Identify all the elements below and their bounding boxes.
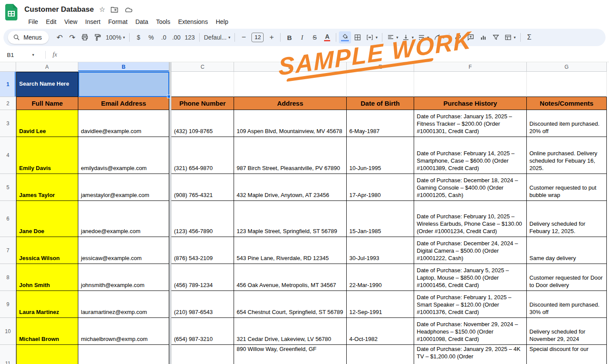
text-rotation-button[interactable]: ▾ [432,31,447,43]
text-wrap-button[interactable]: ▾ [416,31,431,43]
cell-email[interactable]: michaelbrown@exmp.com [78,318,169,345]
cell-purchase-history[interactable]: Date of Purchase: February 1, 2025 – Sma… [414,291,527,318]
cell-address[interactable]: 432 Maple Drive, Anytown, AT 23456 [234,174,347,201]
zoom-select[interactable]: 100% ▾ [104,31,127,43]
cell-purchase-history[interactable]: Date of Purchase: November 29, 2024 – He… [414,318,527,345]
header-cell-address[interactable]: Address [234,97,347,110]
menu-tools[interactable]: Tools [152,17,174,26]
column-header-e[interactable]: E [347,62,414,72]
italic-button[interactable]: I [296,31,308,43]
table-views-button[interactable]: ▾ [502,31,518,43]
cell-purchase-history[interactable]: Date of Purchase: January 5, 2025 – Lapt… [414,264,527,291]
menu-file[interactable]: File [24,17,42,26]
cell-phone[interactable]: (321) 654-9870 [171,137,234,174]
increase-font-size-button[interactable]: + [265,31,278,43]
column-header-g[interactable]: G [527,62,607,72]
cell-full-name[interactable]: Emily Davis [16,137,78,174]
cell-email[interactable] [78,345,169,364]
decrease-decimal-button[interactable]: .0 [157,31,170,43]
cell-notes[interactable]: Discounted item purchased. 20% off [527,110,607,137]
cell-full-name[interactable]: Jessica Wilson [16,237,78,264]
font-select[interactable]: Defaul... ▾ [202,31,232,43]
cell-full-name[interactable]: John Smith [16,264,78,291]
horizontal-align-button[interactable]: ▾ [385,31,400,43]
cell-address[interactable]: 123 Maple Street, Springfield, ST 56789 [234,201,347,237]
menu-extensions[interactable]: Extensions [174,17,211,26]
cell-phone[interactable]: (210) 987-6543 [171,291,234,318]
cell-full-name[interactable] [16,345,78,364]
increase-decimal-button[interactable]: .00 [170,31,182,43]
cell-email[interactable]: davidlee@example.com [78,110,169,137]
header-cell-email[interactable]: Email Address [78,97,169,110]
move-folder-icon[interactable] [110,6,118,13]
cell-address[interactable]: 456 Oak Avenue, Metropolis, MT 34567 [234,264,347,291]
cell-dob[interactable]: 22-Mar-1990 [347,264,414,291]
font-size-input[interactable]: 12 [251,33,264,42]
row-header-2[interactable]: 2 [0,97,16,110]
undo-button[interactable]: ↶ [54,31,66,43]
cell-purchase-history[interactable]: Date of Purchase: February 14, 2025 – Sm… [414,137,527,174]
empty-cell[interactable] [171,72,234,97]
cell-dob[interactable] [347,345,414,364]
cell-address[interactable]: 654 Chestnut Court, Springfield, ST 5678… [234,291,347,318]
row-header-6[interactable]: 6 [0,201,16,237]
cell-phone[interactable]: (432) 109-8765 [171,110,234,137]
menu-format[interactable]: Format [104,17,131,26]
cell-purchase-history[interactable]: Date of Purchase: January 29, 2025 – 4K … [414,345,527,364]
cell-notes[interactable]: Customer requested to put bubble wrap [527,174,607,201]
menu-view[interactable]: View [60,17,81,26]
empty-cell[interactable] [414,72,527,97]
empty-cell[interactable] [527,72,607,97]
strikethrough-button[interactable]: S [308,31,321,43]
insert-link-button[interactable] [452,31,464,43]
row-header-3[interactable]: 3 [0,110,16,137]
insert-comment-button[interactable] [465,31,477,43]
create-filter-button[interactable] [490,31,502,43]
cell-phone[interactable]: (456) 789-1234 [171,264,234,291]
empty-cell[interactable] [347,72,414,97]
cell-a1-search-label[interactable]: Search Name Here [16,72,78,97]
selection-fill-handle[interactable] [167,95,171,98]
cell-phone[interactable]: (123) 456-7890 [171,201,234,237]
decrease-font-size-button[interactable]: − [238,31,250,43]
cell-dob[interactable]: 30-Jul-1993 [347,237,414,264]
cell-dob[interactable]: 17-Apr-1980 [347,174,414,201]
cell-notes[interactable]: Special discount for our [527,345,607,364]
redo-button[interactable]: ↷ [66,31,78,43]
cell-full-name[interactable]: David Lee [16,110,78,137]
document-title[interactable]: Customer Database [24,5,94,14]
text-color-button[interactable]: A [321,31,333,43]
header-cell-full-name[interactable]: Full Name [16,97,78,110]
number-format-button[interactable]: 123 [183,31,196,43]
cell-phone[interactable] [171,345,234,364]
cell-address[interactable]: 987 Birch Street, Pleasantville, PV 6789… [234,137,347,174]
cell-address[interactable]: 109 Aspen Blvd, Mountainview, MV 45678 [234,110,347,137]
cell-email[interactable]: janedoe@example.com [78,201,169,237]
cell-email[interactable]: johnsmith@example.com [78,264,169,291]
cell-email[interactable]: jessicaw@example.com [78,237,169,264]
row-header-7[interactable]: 7 [0,237,16,264]
column-header-c[interactable]: C [171,62,234,72]
fill-color-button[interactable] [339,31,351,43]
merge-cells-button[interactable]: ▾ [364,31,379,43]
cell-purchase-history[interactable]: Date of Purchase: January 15, 2025 – Fit… [414,110,527,137]
empty-cell[interactable] [234,72,347,97]
format-percent-button[interactable]: % [145,31,157,43]
header-cell-dob[interactable]: Date of Birth [347,97,414,110]
cell-notes[interactable]: Same day delivery [527,237,607,264]
menus-search-button[interactable]: Menus [8,31,49,44]
star-icon[interactable]: ☆ [99,6,105,13]
row-header-8[interactable]: 8 [0,264,16,291]
row-header-10[interactable]: 10 [0,318,16,345]
cell-full-name[interactable]: James Taylor [16,174,78,201]
header-cell-phone[interactable]: Phone Number [171,97,234,110]
print-button[interactable] [79,31,91,43]
row-header-9[interactable]: 9 [0,291,16,318]
cell-phone[interactable]: (908) 765-4321 [171,174,234,201]
cell-notes[interactable]: Discounted item purchased. 30% off [527,291,607,318]
cell-full-name[interactable]: Jane Doe [16,201,78,237]
menu-edit[interactable]: Edit [42,17,60,26]
column-header-b[interactable]: B [78,62,169,72]
cell-address[interactable]: 321 Cedar Drive, Lakeview, LV 56780 [234,318,347,345]
menu-insert[interactable]: Insert [81,17,104,26]
